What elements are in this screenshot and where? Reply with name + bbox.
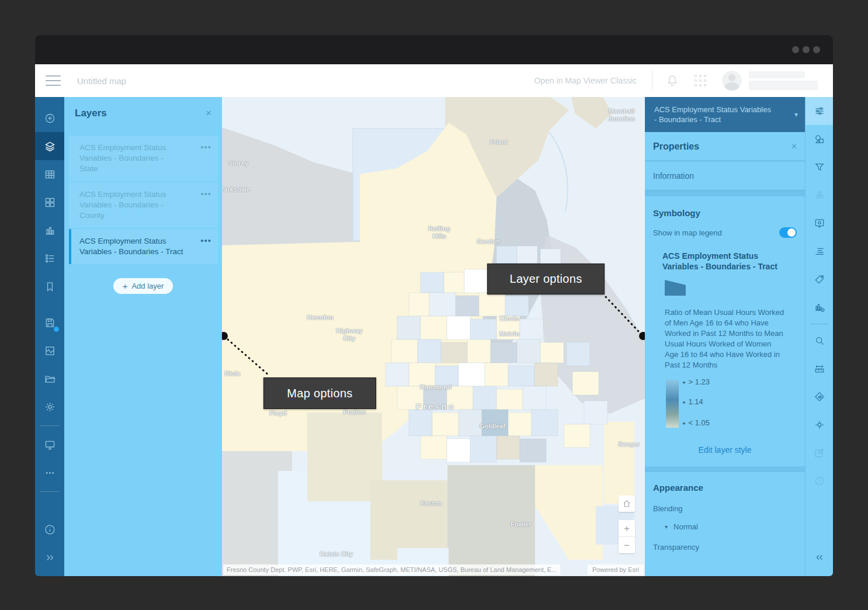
gear-icon: [44, 401, 56, 413]
zoom-in-button[interactable]: +: [619, 520, 635, 536]
basemap-grid-icon: [44, 196, 56, 209]
legend-stop: ◂ < 1.05: [682, 418, 710, 427]
map-title[interactable]: Untitled map: [77, 76, 126, 86]
sliders-icon: [814, 105, 825, 117]
show-legend-toggle[interactable]: [779, 227, 797, 238]
information-row[interactable]: Information: [645, 161, 805, 190]
left-rail-item-save[interactable]: [35, 309, 64, 337]
symbology-heading: Symbology: [653, 208, 797, 218]
right-rail-item-properties[interactable]: [805, 97, 833, 125]
left-rail-item-more[interactable]: [35, 459, 64, 487]
left-rail-item-bookmarks[interactable]: [35, 272, 64, 300]
legend-stop-label: > 1.23: [689, 377, 710, 386]
layer-item-title: ACS Employment Status Variables - Bounda…: [79, 236, 183, 257]
window-control-dot[interactable]: [803, 46, 810, 53]
left-rail-item-layers[interactable]: [35, 132, 64, 160]
header-actions: Open in Map Viewer Classic: [534, 71, 833, 91]
blending-dropdown[interactable]: ▾ Normal: [665, 522, 797, 531]
map-canvas[interactable]: Marshall JunctionFriantStoreyParksdaleRo…: [222, 97, 645, 576]
left-rail-item-open[interactable]: [35, 365, 64, 393]
add-layer-button[interactable]: + Add layer: [113, 278, 173, 294]
zoom-out-button[interactable]: −: [619, 537, 635, 553]
layer-item-title: ACS Employment Status Variables - Bounda…: [79, 189, 183, 221]
right-rail-item-measure[interactable]: [805, 355, 833, 383]
menu-icon[interactable]: [46, 75, 61, 86]
right-rail-item-filter[interactable]: [805, 153, 833, 181]
open-classic-link[interactable]: Open in Map Viewer Classic: [534, 76, 637, 85]
close-icon[interactable]: ×: [206, 108, 211, 119]
window-controls[interactable]: [792, 46, 820, 53]
table-icon: [44, 168, 56, 181]
layer-overflow-icon[interactable]: •••: [200, 236, 211, 245]
right-rail-item-fields[interactable]: [805, 237, 833, 265]
polygon-symbol-swatch: [665, 280, 686, 296]
chart-gear-icon: [814, 301, 825, 313]
left-rail-item-presentation[interactable]: [35, 431, 64, 459]
avatar[interactable]: [722, 71, 742, 91]
layer-item-state[interactable]: ACS Employment Status Variables - Bounda…: [69, 136, 218, 181]
label-tag-icon: [814, 273, 825, 285]
section-divider: [645, 466, 805, 472]
appearance-section: Appearance Blending ▾ Normal Transparenc…: [645, 472, 805, 552]
layer-options-callout: Layer options: [487, 264, 605, 294]
left-rail-item-map-properties[interactable]: [35, 337, 64, 365]
home-extent-button[interactable]: [619, 495, 635, 512]
right-rail-item-directions[interactable]: [805, 383, 833, 411]
layer-selector-dropdown[interactable]: ACS Employment Status Variables - Bounda…: [645, 97, 805, 132]
app-launcher-icon[interactable]: [695, 75, 707, 87]
right-rail-item-styles[interactable]: [805, 125, 833, 153]
locate-crosshair-icon: [814, 419, 825, 431]
close-icon[interactable]: ×: [791, 141, 797, 152]
chevrons-left-icon: [814, 552, 825, 563]
app-window: Untitled map Open in Map Viewer Classic: [35, 35, 833, 576]
bookmark-icon: [44, 280, 56, 293]
window-control-dot[interactable]: [792, 46, 799, 53]
rail-divider: [40, 425, 60, 426]
right-rail-item-search[interactable]: [805, 327, 833, 355]
section-divider: [645, 190, 805, 196]
app-header: Untitled map Open in Map Viewer Classic: [35, 64, 833, 97]
right-rail-item-popups[interactable]: [805, 209, 833, 237]
zoom-control: + −: [619, 520, 635, 553]
directions-icon: [814, 391, 825, 403]
left-rail-item-legend[interactable]: [35, 244, 64, 272]
show-legend-label: Show in map legend: [653, 228, 722, 237]
edit-layer-style-link[interactable]: Edit layer style: [698, 445, 751, 455]
legend-list-icon: [44, 252, 56, 265]
desktop-background: Untitled map Open in Map Viewer Classic: [0, 0, 868, 610]
effects-icon: [814, 189, 825, 201]
left-rail-item-expand[interactable]: [35, 543, 64, 571]
chevrons-right-icon: [44, 552, 56, 564]
left-rail-item-settings[interactable]: [35, 393, 64, 421]
left-rail-item-new-map[interactable]: [35, 104, 64, 132]
layers-icon: [44, 140, 56, 152]
window-control-dot[interactable]: [813, 46, 820, 53]
symbology-section: Symbology Show in map legend ACS Employm…: [645, 196, 805, 466]
info-icon: [44, 524, 56, 536]
left-rail-item-charts[interactable]: [35, 216, 64, 244]
left-rail-item-tables[interactable]: [35, 160, 64, 188]
right-rail-item-effects[interactable]: [805, 181, 833, 209]
right-rail-item-charts[interactable]: [805, 293, 833, 321]
left-rail-item-info[interactable]: [35, 515, 64, 543]
symbology-layer-title: ACS Employment Status Variables - Bounda…: [662, 251, 785, 272]
right-rail-item-collapse[interactable]: [805, 543, 833, 571]
legend-stop-label: 1.14: [689, 397, 703, 406]
right-rail-item-sketch[interactable]: [805, 439, 833, 467]
legend-stop: ◂ > 1.23: [682, 377, 710, 386]
layer-item-county[interactable]: ACS Employment Status Variables - Bounda…: [69, 182, 218, 228]
basemap-artwork: [222, 97, 645, 576]
fields-list-icon: [814, 245, 825, 257]
right-rail-item-time[interactable]: [805, 467, 833, 495]
left-rail-item-basemap[interactable]: [35, 188, 64, 216]
layer-item-tract[interactable]: ACS Employment Status Variables - Bounda…: [69, 229, 218, 264]
notifications-bell-icon[interactable]: [665, 74, 679, 88]
legend-ramp: ◂ > 1.23 ◂ 1.14 ◂ < 1.05: [666, 377, 797, 430]
right-rail-item-labels[interactable]: [805, 265, 833, 293]
appearance-heading: Appearance: [653, 483, 797, 493]
layer-item-title: ACS Employment Status Variables - Bounda…: [79, 143, 183, 174]
legend-marker-icon: ◂: [682, 420, 685, 426]
layer-overflow-icon[interactable]: •••: [200, 189, 211, 199]
layer-overflow-icon[interactable]: •••: [200, 143, 211, 152]
right-rail-item-locate[interactable]: [805, 411, 833, 439]
